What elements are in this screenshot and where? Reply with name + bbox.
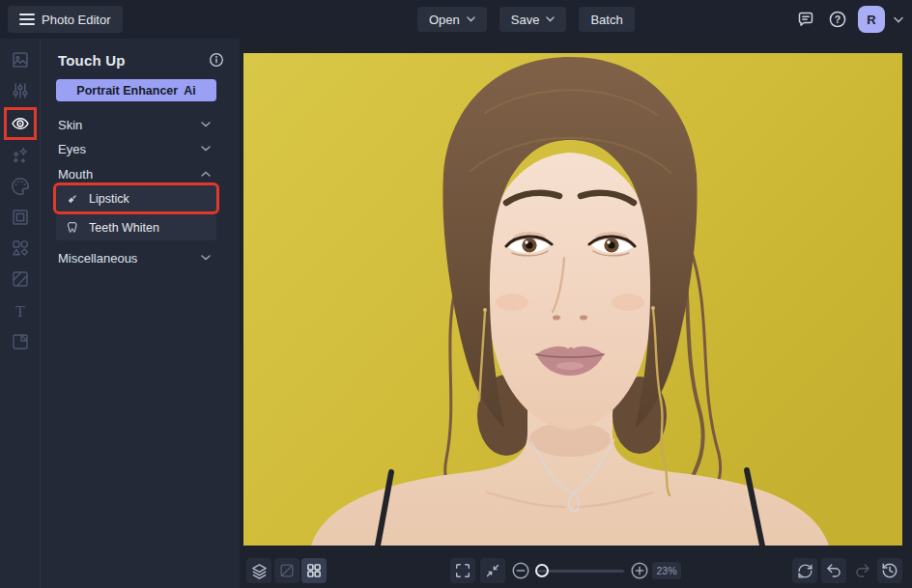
- chevron-down-icon: [201, 255, 211, 261]
- redo-icon[interactable]: [850, 558, 875, 583]
- lipstick-icon: [66, 191, 80, 206]
- portrait-photo: [243, 53, 902, 546]
- zoom-slider-knob[interactable]: [535, 564, 549, 577]
- info-icon[interactable]: [207, 50, 226, 70]
- image-icon[interactable]: [11, 50, 30, 70]
- hamburger-icon: [19, 13, 35, 26]
- feedback-chat-icon[interactable]: [794, 8, 817, 31]
- panel-title: Touch Up: [58, 52, 126, 69]
- section-eyes[interactable]: Eyes: [41, 137, 240, 160]
- help-icon[interactable]: ?: [826, 8, 849, 31]
- chevron-down-icon: [546, 16, 555, 22]
- fullscreen-icon[interactable]: [450, 558, 475, 583]
- file-actions: Open Save Batch: [417, 7, 635, 32]
- avatar[interactable]: R: [858, 6, 885, 33]
- tool-rail: T: [0, 39, 41, 588]
- chevron-up-icon: [201, 171, 211, 177]
- artsy-palette-icon[interactable]: [11, 177, 30, 196]
- undo-icon[interactable]: [821, 558, 846, 583]
- svg-text:?: ?: [835, 14, 841, 25]
- tooth-icon: [66, 220, 80, 235]
- chevron-down-icon: [467, 16, 475, 22]
- fit-to-screen-icon[interactable]: [480, 558, 505, 583]
- top-bar: Photo Editor Open Save Batch: [0, 0, 912, 39]
- photo-editor-app: Photo Editor Open Save Batch: [0, 0, 912, 588]
- section-mouth[interactable]: Mouth: [41, 162, 240, 185]
- svg-text:T: T: [15, 303, 25, 320]
- save-button[interactable]: Save: [499, 7, 567, 32]
- photo-canvas[interactable]: [243, 53, 902, 546]
- graphics-shapes-icon[interactable]: [11, 238, 30, 258]
- textures-icon[interactable]: [11, 332, 30, 351]
- lipstick-item[interactable]: Lipstick: [56, 185, 216, 211]
- teeth-whiten-item[interactable]: Teeth Whiten: [56, 214, 216, 240]
- effects-sparkles-icon[interactable]: [11, 146, 30, 165]
- zoom-out-icon[interactable]: [511, 561, 530, 580]
- batch-button[interactable]: Batch: [579, 7, 634, 32]
- zoom-in-icon[interactable]: [630, 561, 649, 580]
- ai-badge: Ai: [184, 84, 196, 98]
- chevron-down-icon: [201, 146, 211, 152]
- text-icon[interactable]: T: [11, 301, 30, 321]
- zoom-slider-track[interactable]: [537, 570, 624, 573]
- frames-icon[interactable]: [11, 208, 30, 227]
- compare-icon[interactable]: [274, 558, 299, 583]
- canvas-toolbar: 23%: [240, 556, 912, 585]
- adjust-sliders-icon[interactable]: [11, 81, 30, 100]
- section-miscellaneous[interactable]: Miscellaneous: [41, 246, 240, 269]
- touchup-eye-icon[interactable]: [11, 114, 30, 133]
- canvas-area: 23%: [240, 39, 912, 588]
- layers-icon[interactable]: [246, 558, 271, 583]
- open-button[interactable]: Open: [417, 7, 487, 32]
- zoom-level-badge[interactable]: 23%: [652, 562, 681, 579]
- history-icon[interactable]: [877, 558, 902, 583]
- main-menu-button[interactable]: Photo Editor: [8, 6, 123, 33]
- section-skin[interactable]: Skin: [41, 113, 240, 136]
- account-chevron-down-icon[interactable]: [894, 16, 903, 23]
- chevron-down-icon: [201, 122, 211, 127]
- reset-icon[interactable]: [792, 558, 817, 583]
- overlays-icon[interactable]: [11, 269, 30, 289]
- portrait-enhancer-button[interactable]: Portrait Enhancer Ai: [56, 79, 216, 101]
- grid-view-icon[interactable]: [301, 558, 327, 583]
- app-title: Photo Editor: [42, 13, 111, 27]
- account-actions: ? R: [794, 6, 903, 33]
- touchup-panel: Touch Up Portrait Enhancer Ai Skin Eyes …: [41, 39, 240, 588]
